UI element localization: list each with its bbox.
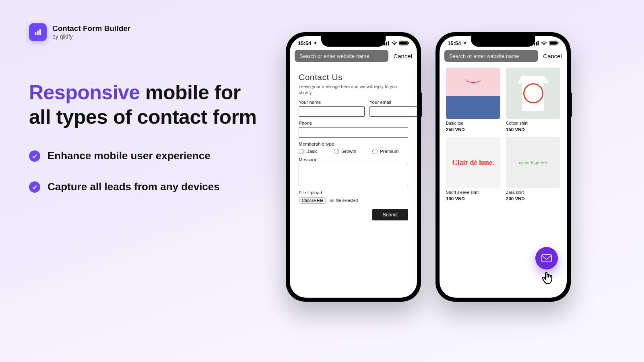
- headline: Responsive mobile for all types of conta…: [29, 80, 258, 130]
- product-image: come together: [506, 137, 560, 188]
- phone-label: Phone: [299, 121, 408, 125]
- file-status: no file selected: [330, 198, 358, 203]
- product-art-text: Clair dé lune.: [452, 159, 494, 167]
- product-card[interactable]: Basic tee 250 VND: [446, 68, 500, 132]
- email-label: Your email: [369, 100, 417, 105]
- name-input[interactable]: [299, 106, 365, 117]
- check-icon: [29, 150, 40, 162]
- svg-rect-12: [536, 42, 537, 45]
- url-bar[interactable]: Search or enter website name: [295, 50, 388, 62]
- radio-basic[interactable]: Basic: [299, 149, 318, 154]
- phone-input[interactable]: [299, 127, 408, 138]
- radio-basic-label: Basic: [306, 149, 318, 154]
- radio-premium[interactable]: Premium: [372, 149, 398, 154]
- battery-icon: [549, 41, 559, 45]
- brand-title: Contact Form Builder: [52, 24, 130, 33]
- location-icon: [313, 41, 317, 45]
- phone-notch: [321, 36, 386, 47]
- form-subtitle: Leave your message here and we will repl…: [299, 84, 408, 96]
- email-input[interactable]: [369, 106, 417, 117]
- brand-logo: [29, 23, 47, 41]
- radio-growth-label: Growth: [341, 149, 356, 154]
- product-image: Clair dé lune.: [446, 137, 500, 188]
- bullet-1: Enhance mobile user experience: [29, 150, 258, 162]
- pointer-cursor-icon: [542, 270, 555, 288]
- product-price: 100 VND: [446, 196, 500, 201]
- product-card[interactable]: Cotton shirt 150 VND: [506, 68, 560, 132]
- phone-notch: [471, 36, 535, 47]
- headline-accent: Responsive: [29, 81, 140, 104]
- product-price: 250 VND: [446, 127, 500, 132]
- product-card[interactable]: come together Zara shirt 200 VND: [506, 137, 560, 201]
- message-input[interactable]: [299, 164, 408, 186]
- svg-rect-0: [35, 32, 37, 35]
- phone-contact-form: 15:54 Search or enter website name Cance…: [286, 32, 421, 302]
- form-title: Contact Us: [299, 72, 408, 82]
- membership-label: Membership type: [299, 142, 408, 146]
- product-name: Zara shirt: [506, 190, 560, 195]
- svg-rect-16: [558, 42, 559, 44]
- product-image: [446, 68, 500, 119]
- svg-rect-6: [388, 41, 389, 45]
- status-clock: 15:54: [448, 40, 461, 46]
- svg-rect-5: [386, 42, 387, 45]
- svg-rect-17: [542, 255, 551, 262]
- name-label: Your name: [299, 100, 365, 105]
- brand-block: Contact Form Builder by qikify: [29, 23, 130, 41]
- radio-premium-label: Premium: [380, 149, 398, 154]
- svg-rect-15: [550, 41, 557, 44]
- svg-rect-8: [400, 41, 407, 44]
- product-price: 150 VND: [506, 127, 560, 132]
- svg-rect-13: [538, 41, 539, 45]
- message-label: Message: [299, 157, 408, 162]
- bars-icon: [33, 28, 42, 37]
- phone-product-grid: 15:54 Search or enter website name Cance…: [436, 32, 571, 302]
- product-card[interactable]: Clair dé lune. Short sleeve shirt 100 VN…: [446, 137, 500, 201]
- bullet-2-text: Capture all leads from any devices: [47, 181, 220, 193]
- contact-form: Contact Us Leave your message here and w…: [290, 65, 417, 220]
- svg-rect-2: [39, 29, 41, 35]
- product-art-text: come together: [519, 160, 547, 165]
- radio-growth[interactable]: Growth: [334, 149, 356, 154]
- url-bar[interactable]: Search or enter website name: [444, 50, 538, 62]
- mail-icon: [541, 254, 552, 262]
- battery-icon: [399, 41, 409, 45]
- wifi-icon: [541, 41, 547, 45]
- svg-rect-1: [37, 31, 39, 35]
- brand-subtitle: by qikify: [52, 33, 130, 40]
- product-name: Short sleeve shirt: [446, 190, 500, 195]
- submit-button[interactable]: Submit: [372, 209, 408, 220]
- svg-rect-9: [408, 42, 409, 44]
- product-name: Cotton shirt: [506, 121, 560, 125]
- status-clock: 15:54: [298, 40, 311, 46]
- product-name: Basic tee: [446, 121, 500, 125]
- location-icon: [462, 41, 467, 45]
- url-cancel[interactable]: Cancel: [393, 53, 412, 60]
- contact-fab[interactable]: [535, 247, 558, 269]
- wifi-icon: [391, 41, 397, 45]
- file-choose-button[interactable]: Choose File: [299, 197, 326, 204]
- bullet-2: Capture all leads from any devices: [29, 181, 258, 193]
- file-label: File Upload: [299, 190, 408, 195]
- check-icon: [29, 181, 40, 193]
- bullet-1-text: Enhance mobile user experience: [47, 150, 211, 162]
- product-price: 200 VND: [506, 196, 560, 201]
- url-cancel[interactable]: Cancel: [543, 53, 562, 60]
- product-image: [506, 68, 560, 119]
